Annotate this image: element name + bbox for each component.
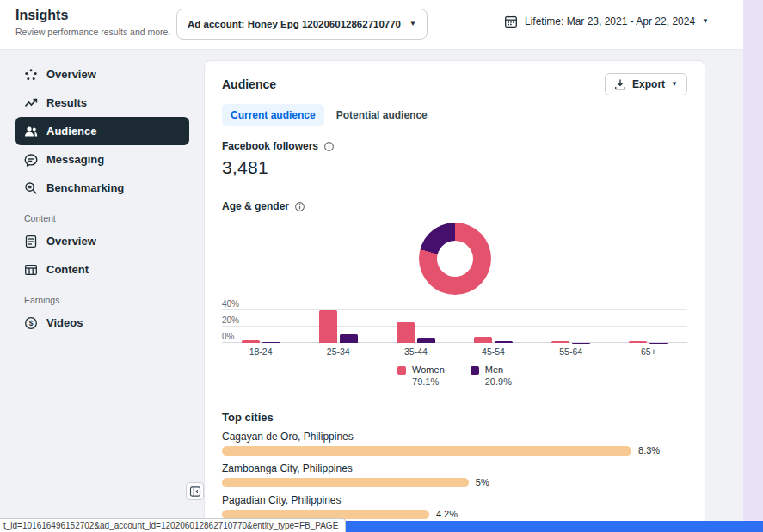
- followers-header: Facebook followers: [222, 140, 687, 152]
- top-city-row: Zamboanga City, Philippines5%: [222, 462, 687, 487]
- sidebar-item-messaging[interactable]: Messaging: [15, 145, 189, 174]
- bar-women-55-64: [551, 341, 569, 343]
- city-bar: [222, 446, 631, 456]
- calendar-icon: [504, 15, 518, 28]
- sidebar-item-label: Overview: [46, 68, 96, 81]
- city-name: Zamboanga City, Philippines: [222, 462, 687, 474]
- sidebar-item-content[interactable]: Content: [15, 255, 189, 284]
- age-gender-bars: [222, 307, 687, 343]
- bar-women-18-24: [242, 340, 260, 343]
- download-icon: [614, 78, 626, 90]
- tab-current-audience[interactable]: Current audience: [222, 104, 324, 126]
- sidebar-item-label: Videos: [46, 316, 83, 329]
- sidebar-item-videos[interactable]: $ Videos: [15, 309, 189, 337]
- insights-app: Insights Review performance results and …: [0, 0, 763, 532]
- age-group-35-44: [388, 307, 443, 343]
- chevron-down-icon: ▼: [671, 81, 678, 88]
- bar-men-35-44: [417, 338, 435, 343]
- city-name: Cagayan de Oro, Philippines: [222, 431, 687, 443]
- bar-men-25-34: [340, 334, 358, 344]
- bar-women-35-44: [397, 322, 415, 343]
- sidebar-item-label: Messaging: [46, 153, 104, 166]
- x-tick-label: 45-54: [466, 346, 521, 357]
- sidebar-item-content-overview[interactable]: Overview: [15, 227, 189, 255]
- date-range-selector[interactable]: Lifetime: Mar 23, 2021 - Apr 22, 2024 ▼: [504, 15, 709, 28]
- info-icon[interactable]: [294, 201, 305, 212]
- legend-men: Men 20.9%: [471, 364, 512, 387]
- sidebar-section-content: Content: [24, 213, 189, 223]
- audience-icon: [24, 125, 38, 138]
- chevron-down-icon: ▼: [409, 21, 416, 28]
- age-group-25-34: [311, 307, 366, 343]
- age-group-65+: [621, 307, 676, 343]
- bar-women-65+: [629, 341, 647, 343]
- age-gender-label: Age & gender: [222, 200, 289, 212]
- x-tick-label: 18-24: [233, 346, 288, 357]
- legend-name-women: Women: [412, 364, 445, 375]
- audience-tabs: Current audience Potential audience: [222, 104, 687, 126]
- y-tick-label: 40%: [222, 299, 239, 309]
- top-city-row: Pagadian City, Philippines4.2%: [222, 494, 687, 519]
- bar-women-45-54: [474, 337, 492, 343]
- x-tick-label: 55-64: [544, 346, 599, 357]
- sidebar-item-benchmarking[interactable]: Benchmarking: [15, 174, 189, 202]
- panel-header: Audience Export ▼: [222, 73, 687, 95]
- sidebar-section-earnings: Earnings: [24, 295, 189, 305]
- messaging-icon: [24, 153, 38, 167]
- city-bar: [222, 478, 469, 487]
- gender-donut-wrap: [222, 223, 687, 295]
- results-icon: [24, 96, 38, 110]
- gender-donut-chart: [419, 223, 491, 295]
- date-range-label: Lifetime: Mar 23, 2021 - Apr 22, 2024: [525, 15, 695, 28]
- x-tick-label: 35-44: [388, 346, 443, 357]
- bar-men-45-54: [495, 341, 513, 343]
- ad-account-dropdown[interactable]: Ad account: Honey Epg 120206012862710770…: [176, 9, 428, 40]
- info-icon[interactable]: [323, 141, 335, 152]
- top-cities-list: Cagayan de Oro, Philippines8.3%Zamboanga…: [222, 431, 687, 532]
- legend-women: Women 79.1%: [397, 364, 445, 387]
- chart-legend: Women 79.1% Men 20.9%: [222, 364, 687, 387]
- bar-men-18-24: [262, 342, 280, 343]
- legend-swatch-women: [397, 366, 406, 375]
- document-icon: [24, 235, 38, 248]
- age-group-45-54: [466, 307, 521, 343]
- sidebar-item-results[interactable]: Results: [15, 89, 189, 117]
- sidebar-item-label: Content: [46, 263, 89, 276]
- sidebar-item-audience[interactable]: Audience: [15, 117, 189, 145]
- age-gender-plot: 0%20%40%: [222, 307, 687, 343]
- city-percent: 8.3%: [638, 445, 660, 456]
- ad-account-label: Ad account: Honey Epg 120206012862710770: [188, 19, 401, 29]
- city-percent: 4.2%: [436, 509, 458, 519]
- legend-swatch-men: [471, 366, 479, 375]
- age-group-55-64: [544, 307, 599, 343]
- panel-title: Audience: [222, 77, 276, 91]
- city-name: Pagadian City, Philippines: [222, 494, 687, 506]
- y-tick-label: 20%: [222, 315, 239, 325]
- legend-name-men: Men: [485, 364, 512, 375]
- followers-label: Facebook followers: [222, 140, 318, 152]
- tab-potential-audience[interactable]: Potential audience: [328, 104, 436, 126]
- sidebar-item-label: Results: [46, 96, 87, 109]
- followers-value: 3,481: [222, 157, 687, 178]
- bar-women-25-34: [319, 310, 337, 343]
- overview-icon: [24, 68, 38, 82]
- audience-panel: Audience Export ▼ Current audience Poten…: [204, 60, 705, 532]
- top-cities-title: Top cities: [222, 411, 687, 424]
- age-gender-xlabels: 18-2425-3435-4445-5455-6465+: [222, 346, 687, 357]
- sidebar-item-label: Audience: [46, 125, 97, 138]
- export-label: Export: [632, 78, 665, 90]
- svg-text:$: $: [29, 319, 34, 327]
- collapse-sidebar-button[interactable]: [186, 482, 204, 500]
- legend-pct-women: 79.1%: [412, 376, 445, 387]
- sidebar-item-overview[interactable]: Overview: [15, 60, 189, 89]
- table-icon: [24, 263, 38, 277]
- page-title: Insights: [15, 8, 68, 23]
- age-gender-header: Age & gender: [222, 200, 687, 212]
- chevron-down-icon: ▼: [702, 18, 709, 25]
- collapse-sidebar-icon: [189, 486, 201, 498]
- export-button[interactable]: Export ▼: [605, 73, 687, 95]
- sidebar-item-label: Benchmarking: [46, 181, 124, 194]
- insights-sidebar: Overview Results Audience Messaging: [15, 60, 189, 337]
- benchmarking-icon: [24, 181, 38, 195]
- y-tick-label: 0%: [222, 332, 234, 341]
